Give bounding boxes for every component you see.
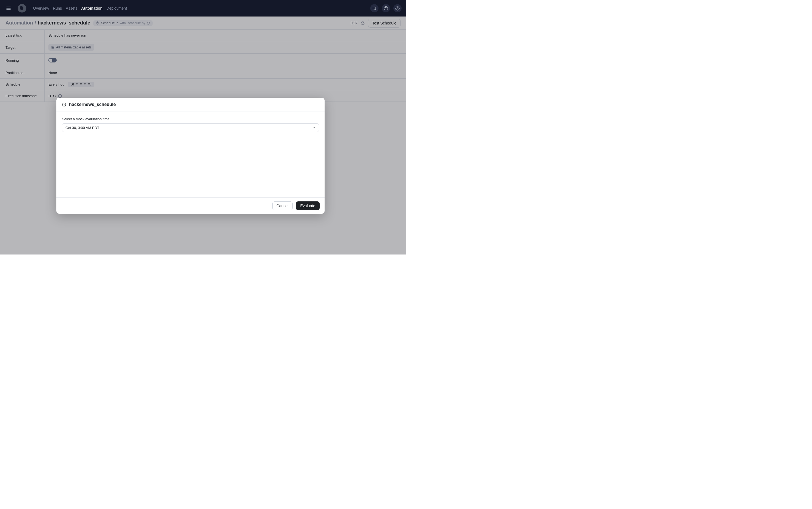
svg-point-4 xyxy=(22,7,23,8)
nav-deployment[interactable]: Deployment xyxy=(106,6,127,10)
modal-body: Select a mock evaluation time Oct 30, 3:… xyxy=(57,111,325,197)
help-icon[interactable] xyxy=(382,4,390,12)
nav-assets[interactable]: Assets xyxy=(66,6,77,10)
gear-icon[interactable] xyxy=(393,4,401,12)
evaluate-button[interactable]: Evaluate xyxy=(296,201,320,210)
nav-overview[interactable]: Overview xyxy=(33,6,49,10)
test-schedule-modal: hackernews_schedule Select a mock evalua… xyxy=(57,98,325,214)
top-nav-left: Overview Runs Assets Automation Deployme… xyxy=(4,3,127,13)
svg-line-6 xyxy=(375,9,376,10)
nav-runs[interactable]: Runs xyxy=(53,6,62,10)
menu-icon[interactable] xyxy=(4,4,13,12)
mock-time-select[interactable]: Oct 30, 3:00 AM EDT xyxy=(62,123,319,132)
app-logo[interactable] xyxy=(17,3,27,13)
mock-time-label: Select a mock evaluation time xyxy=(62,117,319,121)
cancel-button[interactable]: Cancel xyxy=(272,201,293,210)
svg-point-9 xyxy=(397,8,398,9)
search-icon[interactable] xyxy=(370,4,379,12)
modal-header: hackernews_schedule xyxy=(57,98,325,111)
clock-icon xyxy=(62,102,66,107)
mock-time-value: Oct 30, 3:00 AM EDT xyxy=(66,126,99,130)
svg-point-5 xyxy=(373,7,376,9)
nav-automation[interactable]: Automation xyxy=(81,6,103,10)
top-nav: Overview Runs Assets Automation Deployme… xyxy=(0,0,406,16)
nav-links: Overview Runs Assets Automation Deployme… xyxy=(33,6,127,10)
caret-down-icon xyxy=(313,126,316,129)
top-nav-right xyxy=(370,4,401,12)
modal-title: hackernews_schedule xyxy=(69,102,116,107)
modal-footer: Cancel Evaluate xyxy=(57,197,325,214)
svg-point-8 xyxy=(386,9,386,9)
